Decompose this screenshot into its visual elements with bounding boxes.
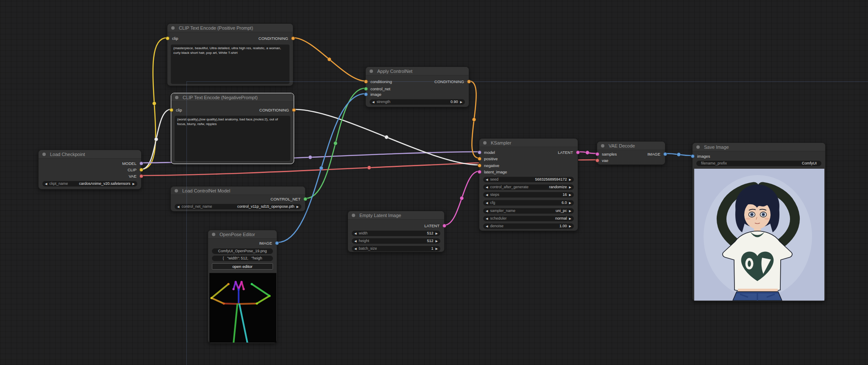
increment-arrow-icon[interactable]: ▶ [436,231,438,236]
link-midpoint-dot[interactable] [309,156,312,159]
node-title-bar[interactable]: KSampler [479,139,578,147]
decrement-arrow-icon[interactable]: ◀ [486,184,488,190]
output-slot-model[interactable] [139,162,143,165]
node-title-bar[interactable]: Save Image [693,143,825,151]
output-slot-image[interactable] [663,152,667,156]
input-slot-positive[interactable] [478,157,481,161]
widget-height[interactable]: ◀height512▶ [352,238,440,244]
node-title-bar[interactable]: Load Checkpoint [39,150,141,159]
link-midpoint-dot[interactable] [334,142,337,145]
input-slot-negative[interactable] [478,164,481,167]
node-title-bar[interactable]: CLIP Text Encode (NegativePrompt) [171,93,294,102]
decrement-arrow-icon[interactable]: ◀ [486,192,488,198]
collapse-dot-icon[interactable] [601,144,604,148]
increment-arrow-icon[interactable]: ▶ [460,99,462,105]
increment-arrow-icon[interactable]: ▶ [569,223,571,229]
increment-arrow-icon[interactable]: ▶ [297,204,299,209]
collapse-dot-icon[interactable] [696,145,700,149]
increment-arrow-icon[interactable]: ▶ [133,181,135,187]
input-slot-images[interactable] [691,154,695,158]
node-title-bar[interactable]: VAE Decode [597,142,665,150]
input-slot-conditioning[interactable] [364,80,368,84]
decrement-arrow-icon[interactable]: ◀ [486,223,488,229]
input-slot-image[interactable] [364,92,368,96]
output-slot-conditioning[interactable] [291,36,295,40]
widget-control_after_generate[interactable]: ◀control_after_generaterandomize▶ [483,184,574,190]
decrement-arrow-icon[interactable]: ◀ [486,216,488,221]
link-midpoint-dot[interactable] [385,135,389,139]
decrement-arrow-icon[interactable]: ◀ [354,246,356,251]
increment-arrow-icon[interactable]: ▶ [569,184,571,190]
output-slot-latent[interactable] [442,224,446,228]
collapse-dot-icon[interactable] [175,189,178,192]
node-title-bar[interactable]: CLIP Text Encode (Positive Prompt) [167,24,293,32]
widget-pose_filename[interactable]: ComfyUI_OpenPose_19.png [212,248,273,254]
node-openpose-editor[interactable]: OpenPose EditorIMAGEComfyUI_OpenPose_19.… [208,230,277,343]
link-midpoint-dot[interactable] [586,151,590,155]
node-vae-decode[interactable]: VAE DecodesamplesvaeIMAGE [597,141,665,165]
node-apply-controlnet[interactable]: Apply ControlNetconditioningcontrol_neti… [365,67,469,107]
widget-width[interactable]: ◀width512▶ [352,231,440,236]
link-midpoint-dot[interactable] [472,118,476,122]
input-slot-samples[interactable] [595,152,599,156]
output-slot-vae[interactable] [139,174,143,178]
widget-seed[interactable]: ◀seed568325689594172▶ [483,177,574,182]
input-slot-model[interactable] [478,150,481,154]
increment-arrow-icon[interactable]: ▶ [436,238,438,244]
output-slot-image[interactable] [275,241,279,245]
prompt-textarea[interactable]: (worst quality),(low quality),bad anatom… [175,116,290,161]
input-slot-control_net[interactable] [364,87,368,91]
node-title-bar[interactable]: Empty Latent Image [348,211,444,220]
link-midpoint-dot[interactable] [328,58,331,61]
node-graph-canvas[interactable]: Load CheckpointMODELCLIPVAE◀ckpt_namecar… [0,0,868,365]
input-slot-clip[interactable] [170,108,173,112]
input-slot-clip[interactable] [166,36,170,40]
link-midpoint-dot[interactable] [320,166,323,170]
collapse-dot-icon[interactable] [171,26,175,30]
decrement-arrow-icon[interactable]: ◀ [354,231,356,236]
widget-sampler_name[interactable]: ◀sampler_nameuni_pc▶ [483,208,574,214]
link-midpoint-dot[interactable] [153,102,156,106]
collapse-dot-icon[interactable] [212,233,215,236]
link-midpoint-dot[interactable] [677,153,681,156]
collapse-dot-icon[interactable] [370,70,373,73]
node-load-controlnet-model[interactable]: Load ControlNet ModelCONTROL_NET◀control… [170,186,306,212]
collapse-dot-icon[interactable] [352,214,355,217]
widget-batch_size[interactable]: ◀batch_size1▶ [352,246,440,251]
widget-pose_json[interactable]: { "width": 512, "heigh [212,256,273,261]
increment-arrow-icon[interactable]: ▶ [569,208,571,214]
output-slot-conditioning[interactable] [292,108,296,112]
collapse-dot-icon[interactable] [483,141,487,145]
output-slot-control_net[interactable] [303,197,307,201]
increment-arrow-icon[interactable]: ▶ [569,192,571,198]
decrement-arrow-icon[interactable]: ◀ [354,238,356,244]
input-slot-latent_image[interactable] [478,170,481,174]
decrement-arrow-icon[interactable]: ◀ [45,181,47,187]
widget-ckpt_name[interactable]: ◀ckpt_namecardosAnime_v20.safetensors▶ [42,181,137,187]
widget-denoise[interactable]: ◀denoise1.00▶ [483,223,574,229]
increment-arrow-icon[interactable]: ▶ [569,200,571,206]
node-empty-latent-image[interactable]: Empty Latent ImageLATENT◀width512▶◀heigh… [348,211,445,252]
increment-arrow-icon[interactable]: ▶ [569,177,571,182]
node-clip-text-encode-positive[interactable]: CLIP Text Encode (Positive Prompt)clipCO… [167,23,293,86]
node-save-image[interactable]: Save Imageimagesfilename_prefixComfyUI [692,142,826,301]
output-slot-clip[interactable] [139,168,143,172]
open-editor-button[interactable]: open editor [212,263,273,270]
collapse-dot-icon[interactable] [175,96,178,99]
decrement-arrow-icon[interactable]: ◀ [486,200,488,206]
link-midpoint-dot[interactable] [154,137,158,141]
output-slot-latent[interactable] [576,150,580,154]
prompt-textarea[interactable]: (masterpiece, beautiful, Ultra detailed,… [171,45,289,84]
decrement-arrow-icon[interactable]: ◀ [486,177,488,182]
node-load-checkpoint[interactable]: Load CheckpointMODELCLIPVAE◀ckpt_namecar… [38,150,142,189]
output-slot-conditioning[interactable] [467,80,471,84]
collapse-dot-icon[interactable] [42,153,46,156]
widget-scheduler[interactable]: ◀schedulernormal▶ [483,216,574,221]
node-title-bar[interactable]: Load ControlNet Model [171,187,305,195]
widget-cfg[interactable]: ◀cfg6.0▶ [483,200,574,206]
node-ksampler[interactable]: KSamplermodelpositivenegativelatent_imag… [479,138,578,231]
decrement-arrow-icon[interactable]: ◀ [372,99,374,105]
widget-control_net_name[interactable]: ◀control_net_namecontrol_v11p_sd15_openp… [175,204,301,209]
decrement-arrow-icon[interactable]: ◀ [177,204,179,209]
widget-strength[interactable]: ◀strength0.90▶ [370,99,465,105]
